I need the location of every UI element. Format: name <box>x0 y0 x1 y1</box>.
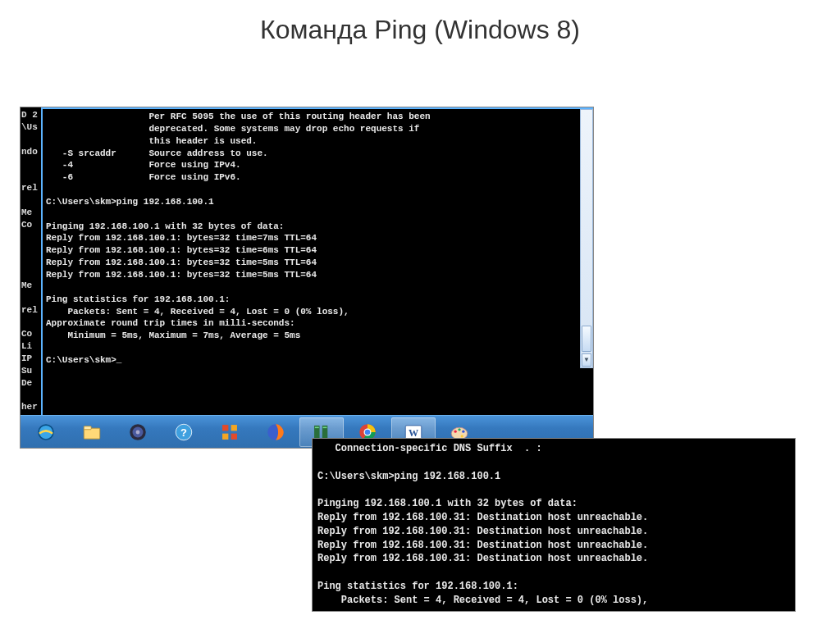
svg-rect-16 <box>323 426 327 428</box>
svg-point-23 <box>454 430 457 432</box>
svg-rect-9 <box>231 425 237 431</box>
taskbar-firefox[interactable] <box>253 417 298 447</box>
svg-point-5 <box>136 430 140 434</box>
scroll-thumb[interactable] <box>582 326 591 352</box>
help-icon: ? <box>172 421 195 444</box>
terminal-window-2: Connection-specific DNS Suffix . : C:\Us… <box>312 438 796 612</box>
terminal-window-1: D 2 \Us ndo rel Me Co Me rel Co Li IP Su… <box>20 107 594 449</box>
svg-text:?: ? <box>180 426 187 438</box>
svg-point-24 <box>458 428 460 431</box>
slide-title: Команда Ping (Windows 8) <box>0 0 840 63</box>
taskbar-media[interactable] <box>116 417 160 447</box>
svg-rect-11 <box>231 433 237 439</box>
cmd-output-2[interactable]: Connection-specific DNS Suffix . : C:\Us… <box>313 439 795 611</box>
taskbar-explorer[interactable] <box>70 417 114 447</box>
scrollbar[interactable]: ▼ <box>580 109 593 368</box>
internet-explorer-icon <box>34 421 57 444</box>
svg-rect-15 <box>315 426 319 428</box>
svg-rect-2 <box>84 426 91 429</box>
taskbar-office[interactable] <box>208 417 252 447</box>
scroll-down-arrow[interactable]: ▼ <box>582 353 591 367</box>
media-app-icon <box>126 421 149 444</box>
firefox-icon <box>264 421 287 444</box>
background-terminal-fragment: D 2 \Us ndo rel Me Co Me rel Co Li IP Su… <box>21 107 41 415</box>
file-explorer-icon <box>80 421 103 444</box>
taskbar-help[interactable]: ? <box>162 417 206 447</box>
cmd-output-1[interactable]: Per RFC 5095 the use of this routing hea… <box>43 109 580 368</box>
svg-rect-8 <box>222 425 228 431</box>
office-icon <box>218 421 241 444</box>
svg-point-26 <box>461 435 463 437</box>
taskbar-ie[interactable] <box>24 417 68 447</box>
svg-point-25 <box>462 430 464 432</box>
svg-text:W: W <box>409 426 418 438</box>
svg-point-19 <box>365 429 371 435</box>
svg-rect-10 <box>222 433 228 439</box>
